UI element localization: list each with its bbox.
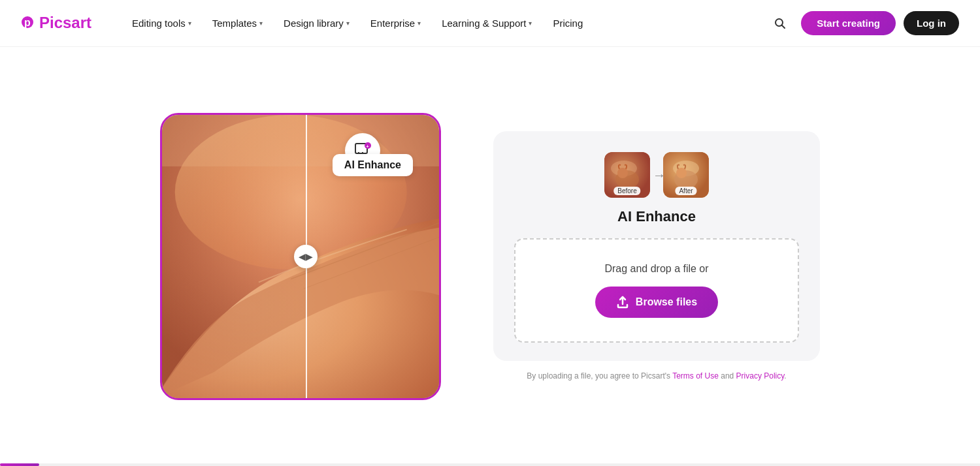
progress-bar <box>0 463 980 466</box>
nav-design-library[interactable]: Design library ▾ <box>276 12 357 34</box>
right-panel: Before → <box>493 131 820 382</box>
main-content: ◀▶ + AI Enhance <box>0 47 980 466</box>
nav-enterprise[interactable]: Enterprise ▾ <box>363 12 429 34</box>
chevron-down-icon: ▾ <box>259 20 263 27</box>
upload-icon <box>616 296 629 309</box>
chevron-down-icon: ▾ <box>188 20 191 27</box>
nav-templates[interactable]: Templates ▾ <box>204 12 270 34</box>
nav-links: Editing tools ▾ Templates ▾ Design libra… <box>124 12 767 34</box>
drag-drop-text: Drag and drop a file or <box>604 263 708 275</box>
svg-text:p: p <box>24 17 31 28</box>
after-tag: After <box>675 187 696 195</box>
svg-text:+: + <box>367 144 369 149</box>
arrow-icon: → <box>653 168 666 183</box>
progress-bar-fill <box>0 463 39 466</box>
start-creating-button[interactable]: Start creating <box>801 11 896 35</box>
chevron-down-icon: ▾ <box>529 20 532 27</box>
chevron-down-icon: ▾ <box>346 20 350 27</box>
svg-line-4 <box>782 25 785 28</box>
search-icon <box>774 17 787 30</box>
browse-files-button[interactable]: Browse files <box>595 287 718 318</box>
svg-point-23 <box>676 168 687 178</box>
privacy-policy-link[interactable]: Privacy Policy <box>736 371 785 381</box>
image-comparison-panel: ◀▶ + AI Enhance <box>160 113 441 400</box>
browse-files-label: Browse files <box>636 296 697 308</box>
login-button[interactable]: Log in <box>904 11 959 35</box>
before-after-preview: Before → <box>514 152 799 198</box>
enhance-label: AI Enhance <box>333 154 413 176</box>
image-frame: ◀▶ + AI Enhance <box>160 113 441 400</box>
terms-of-use-link[interactable]: Terms of Use <box>672 371 719 381</box>
terms-text: By uploading a file, you agree to Picsar… <box>493 370 820 382</box>
nav-pricing[interactable]: Pricing <box>545 12 591 34</box>
feature-title: AI Enhance <box>514 208 799 225</box>
chevron-down-icon: ▾ <box>417 20 421 27</box>
nav-editing-tools[interactable]: Editing tools ▾ <box>124 12 199 34</box>
search-button[interactable] <box>767 10 793 37</box>
nav-actions: Start creating Log in <box>767 10 959 37</box>
svg-point-19 <box>617 168 628 178</box>
logo[interactable]: Picsart p <box>21 10 93 37</box>
before-tag: Before <box>613 187 640 195</box>
navbar: Picsart p Editing tools ▾ Templates ▾ De… <box>0 0 980 47</box>
svg-text:Picsart: Picsart <box>39 14 91 31</box>
before-image: Before <box>604 152 650 198</box>
comparison-handle[interactable]: ◀▶ <box>294 245 318 268</box>
drop-zone[interactable]: Drag and drop a file or Browse files <box>514 238 799 343</box>
upload-card: Before → <box>493 131 820 361</box>
after-image: After <box>663 152 709 198</box>
nav-learning-support[interactable]: Learning & Support ▾ <box>434 12 540 34</box>
